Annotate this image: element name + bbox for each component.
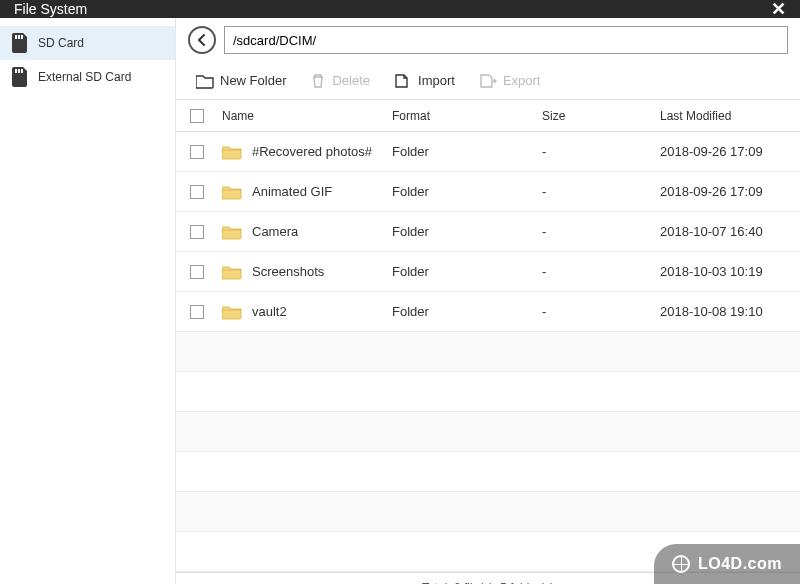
window: File System ✕ SD Card External SD Card — [0, 0, 800, 584]
file-table: Name Format Size Last Modified #Recovere… — [176, 100, 800, 584]
file-name: Animated GIF — [252, 184, 332, 199]
row-checkbox[interactable] — [190, 265, 204, 279]
svg-rect-3 — [15, 69, 17, 73]
export-label: Export — [503, 73, 541, 88]
file-size: - — [542, 184, 660, 199]
import-label: Import — [418, 73, 455, 88]
col-header-modified[interactable]: Last Modified — [660, 109, 800, 123]
folder-icon — [222, 224, 242, 240]
file-format: Folder — [392, 224, 542, 239]
svg-rect-2 — [21, 35, 23, 39]
empty-row — [176, 332, 800, 372]
export-icon — [479, 73, 497, 89]
table-row[interactable]: Animated GIFFolder-2018-09-26 17:09 — [176, 172, 800, 212]
row-checkbox[interactable] — [190, 225, 204, 239]
file-format: Folder — [392, 144, 542, 159]
row-checkbox[interactable] — [190, 305, 204, 319]
file-format: Folder — [392, 184, 542, 199]
sdcard-icon — [12, 67, 28, 87]
empty-row — [176, 452, 800, 492]
col-header-name[interactable]: Name — [218, 109, 392, 123]
file-format: Folder — [392, 304, 542, 319]
svg-rect-0 — [15, 35, 17, 39]
folder-icon — [222, 304, 242, 320]
file-name: #Recovered photos# — [252, 144, 372, 159]
col-header-format[interactable]: Format — [392, 109, 542, 123]
import-icon — [394, 73, 412, 89]
new-folder-icon — [196, 73, 214, 89]
table-row[interactable]: ScreenshotsFolder-2018-10-03 10:19 — [176, 252, 800, 292]
row-checkbox[interactable] — [190, 185, 204, 199]
delete-button: Delete — [300, 66, 380, 96]
file-size: - — [542, 264, 660, 279]
file-modified: 2018-09-26 17:09 — [660, 184, 800, 199]
file-modified: 2018-10-03 10:19 — [660, 264, 800, 279]
file-modified: 2018-10-08 19:10 — [660, 304, 800, 319]
window-title: File System — [14, 1, 87, 17]
toolbar: New Folder Delete Import — [176, 62, 800, 100]
watermark-text: LO4D.com — [698, 555, 782, 573]
table-header: Name Format Size Last Modified — [176, 100, 800, 132]
sidebar: SD Card External SD Card — [0, 18, 176, 584]
table-rows: #Recovered photos#Folder-2018-09-26 17:0… — [176, 132, 800, 572]
file-modified: 2018-10-07 16:40 — [660, 224, 800, 239]
sidebar-item-label: External SD Card — [38, 70, 131, 84]
delete-label: Delete — [332, 73, 370, 88]
folder-icon — [222, 264, 242, 280]
globe-icon — [672, 555, 690, 573]
sidebar-item-external-sdcard[interactable]: External SD Card — [0, 60, 175, 94]
select-all-checkbox[interactable] — [190, 109, 204, 123]
svg-rect-4 — [18, 69, 20, 73]
file-name: Screenshots — [252, 264, 324, 279]
trash-icon — [310, 73, 326, 89]
table-row[interactable]: CameraFolder-2018-10-07 16:40 — [176, 212, 800, 252]
main: New Folder Delete Import — [176, 18, 800, 584]
sidebar-item-sdcard[interactable]: SD Card — [0, 26, 175, 60]
file-name: Camera — [252, 224, 298, 239]
export-button: Export — [469, 66, 551, 96]
titlebar: File System ✕ — [0, 0, 800, 18]
new-folder-button[interactable]: New Folder — [186, 66, 296, 96]
col-header-size[interactable]: Size — [542, 109, 660, 123]
sdcard-icon — [12, 33, 28, 53]
table-row[interactable]: #Recovered photos#Folder-2018-09-26 17:0… — [176, 132, 800, 172]
empty-row — [176, 372, 800, 412]
back-button[interactable] — [188, 26, 216, 54]
svg-rect-5 — [21, 69, 23, 73]
file-modified: 2018-09-26 17:09 — [660, 144, 800, 159]
status-text: Total: 0 file(s), 5 folder(s) — [422, 581, 554, 585]
path-input[interactable] — [224, 26, 788, 54]
file-format: Folder — [392, 264, 542, 279]
file-size: - — [542, 144, 660, 159]
file-size: - — [542, 304, 660, 319]
table-row[interactable]: vault2Folder-2018-10-08 19:10 — [176, 292, 800, 332]
pathbar — [176, 18, 800, 62]
empty-row — [176, 412, 800, 452]
empty-row — [176, 492, 800, 532]
file-name: vault2 — [252, 304, 287, 319]
file-size: - — [542, 224, 660, 239]
sidebar-item-label: SD Card — [38, 36, 84, 50]
folder-icon — [222, 144, 242, 160]
folder-icon — [222, 184, 242, 200]
import-button[interactable]: Import — [384, 66, 465, 96]
svg-rect-1 — [18, 35, 20, 39]
row-checkbox[interactable] — [190, 145, 204, 159]
close-icon[interactable]: ✕ — [771, 0, 786, 18]
watermark: LO4D.com — [654, 544, 800, 584]
new-folder-label: New Folder — [220, 73, 286, 88]
window-body: SD Card External SD Card — [0, 18, 800, 584]
